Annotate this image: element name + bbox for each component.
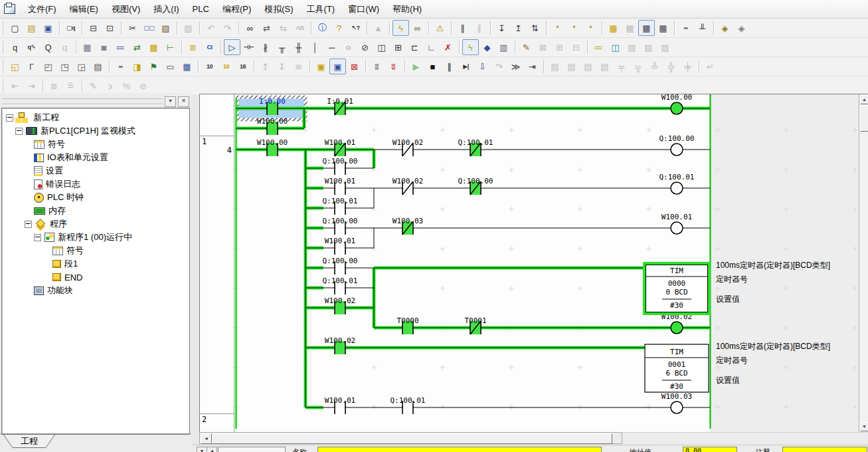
outdent-button[interactable]: ⇥ [23, 78, 40, 94]
sim-continuous-button[interactable]: ≫ [507, 58, 524, 74]
vertical-line-button[interactable]: │ [307, 39, 323, 55]
cross-reference-button[interactable]: ⊢ [162, 39, 179, 55]
print-preview-button[interactable]: ⊡ [102, 20, 118, 36]
new-closed-coil-button[interactable]: ⊘ [357, 39, 373, 55]
open-file-button[interactable]: ▤ [23, 20, 40, 36]
scroll-left-arrow[interactable]: ◂ [201, 433, 212, 444]
tile-2-button[interactable]: ▤ [563, 58, 580, 74]
align-bottom-button[interactable]: ╩ [646, 58, 663, 74]
force-cancel-button[interactable]: ⊟ [568, 39, 584, 55]
flag-report-button[interactable]: ⚑ [145, 58, 162, 74]
monitor-decimal-10-button[interactable]: 10 [201, 58, 218, 74]
vertical-scrollbar[interactable]: ▲ ▼ [859, 94, 868, 432]
window-small-button[interactable]: ◲ [73, 58, 90, 74]
align-dist-button[interactable]: ╪ [679, 58, 696, 74]
monitor-data-button[interactable]: ◫ [607, 39, 624, 55]
transfer-warning-button[interactable]: ⚠ [432, 20, 448, 36]
find-binoculars-button[interactable]: ∞ [112, 58, 129, 74]
watch-3-button[interactable]: ▨ [657, 39, 673, 55]
compare-program-button[interactable]: * [582, 20, 599, 36]
window-monitor-button[interactable]: ◰ [40, 58, 56, 74]
zoom-out-button[interactable]: q [56, 39, 73, 55]
build-button[interactable]: Г [23, 58, 40, 74]
tim-block-2[interactable]: TIM00016 BCD#30 [645, 344, 709, 392]
tree-expander-icon[interactable] [6, 114, 13, 122]
project-tab[interactable]: 工程 [1, 434, 58, 449]
set-password-button[interactable]: ◈ [717, 20, 733, 36]
memory-view-2-button[interactable]: ▦ [622, 20, 638, 36]
tree-item-memory[interactable]: 内存 [2, 204, 189, 217]
select-tool-button[interactable]: ▷ [224, 39, 240, 55]
watch-selector-field[interactable] [218, 447, 286, 452]
toolbar-grip[interactable] [2, 41, 4, 54]
force-off-button[interactable]: ⊞ [551, 39, 568, 55]
new-instruction-button[interactable]: ◫ [373, 39, 390, 55]
tree-item-plc[interactable]: 新PLC1[CP1H] 监视模式 [2, 124, 189, 138]
new-contact-button[interactable]: ⊣⊢ [240, 39, 257, 55]
horizontal-line-button[interactable]: ─ [323, 39, 340, 55]
tim-block-1[interactable]: TIM00000 BCD#30 [644, 263, 709, 314]
workspace-close-button[interactable]: ✕ [178, 96, 189, 107]
address-window-button[interactable]: ▦ [179, 58, 195, 74]
differential-trace-button[interactable]: ◆ [479, 39, 495, 55]
menu-help[interactable]: 帮助(H) [386, 1, 428, 18]
menu-insert[interactable]: 插入(I) [147, 1, 185, 18]
tree-item-section[interactable]: END [2, 271, 189, 284]
watch-2-button[interactable]: ▨ [640, 39, 657, 55]
watch-1-button[interactable]: ▨ [624, 39, 640, 55]
menu-file[interactable]: 文件(F) [21, 1, 63, 18]
toolbar-grip[interactable] [2, 60, 4, 73]
cut-button[interactable]: ✂ [124, 20, 141, 36]
symbol-table-button[interactable]: ▦ [145, 39, 162, 55]
new-window-button[interactable]: ◱ [7, 58, 23, 74]
percent-1-button[interactable]: ϶ [102, 78, 118, 94]
watch-clock-button[interactable]: ∞ [677, 20, 694, 36]
properties-button[interactable]: ▤ [90, 58, 106, 74]
delete-line-button[interactable]: ✗ [440, 39, 456, 55]
replace-button[interactable]: ⇆ [275, 20, 292, 36]
zoom-tool-button[interactable]: q [7, 39, 23, 55]
tree-item-symtable[interactable]: 符号 [2, 138, 189, 151]
tree-expander-icon[interactable] [15, 128, 23, 135]
force-on-button[interactable]: ⊠ [535, 39, 551, 55]
ci-view-button[interactable]: CI [201, 39, 218, 55]
align-list-button[interactable]: ≣ [46, 78, 62, 94]
sim-step-over-button[interactable]: ↷ [491, 58, 507, 74]
sim-run-to-button[interactable]: ⇥ [524, 58, 541, 74]
monitor-hex-16-button[interactable]: 16 [234, 58, 251, 74]
edit-pen-button[interactable]: ✎ [85, 78, 102, 94]
exit-simulator-button[interactable]: ʬ [385, 58, 402, 74]
upload-button[interactable]: ↥ [510, 20, 527, 36]
tree-item-settings[interactable]: 设置 [2, 164, 189, 177]
filter-button[interactable]: ▲ [370, 20, 387, 36]
output-window-button[interactable]: ▭ [162, 58, 179, 74]
new-or-closed-contact-button[interactable]: ╫ [290, 39, 307, 55]
horizontal-scrollbar[interactable]: ◂ [199, 432, 622, 444]
sim-step-button[interactable]: ▶| [458, 58, 474, 74]
tree-item-project[interactable]: 新工程 [2, 111, 189, 124]
monitor-mode-button[interactable]: ▣ [329, 58, 346, 74]
monitoring-button[interactable]: ∥ [454, 20, 471, 36]
release-password-button[interactable]: ◈ [733, 20, 750, 36]
window-find-button[interactable]: ◳ [56, 58, 73, 74]
memory-view-1-button[interactable]: ▦ [605, 20, 622, 36]
sim-pause-button[interactable]: ∥ [441, 58, 458, 74]
sim-step-in-button[interactable]: ⇩ [474, 58, 491, 74]
about-button[interactable]: ⓘ [314, 20, 331, 36]
ladder-canvas[interactable]: I:0.00I:0.01W100.00W100.00W100.01W100.02… [199, 93, 868, 432]
vertical-scroll-thumb[interactable] [860, 105, 868, 132]
transfer-program-2-button[interactable]: * [566, 20, 582, 36]
pause-monitoring-button[interactable]: ∥ [471, 20, 487, 36]
new-fb-invoke-button[interactable]: ⊏ [406, 39, 423, 55]
align-mid-button[interactable]: ╦ [630, 58, 646, 74]
menu-edit[interactable]: 编辑(E) [63, 1, 105, 18]
tree-item-fb[interactable]: 功能块 [2, 284, 189, 297]
address-reference-button[interactable]: ≔ [590, 39, 607, 55]
new-instruction-box-button[interactable]: ⊞ [390, 39, 406, 55]
menu-view[interactable]: 视图(V) [105, 1, 147, 18]
tile-3-button[interactable]: ▤ [580, 58, 596, 74]
work-online-simulator-button[interactable]: ϟ [392, 20, 409, 36]
rung-comment-button[interactable]: ◙ [96, 39, 112, 55]
download-button[interactable]: ↧ [493, 20, 510, 36]
tree-item-clock[interactable]: PLC 时钟 [2, 191, 189, 204]
